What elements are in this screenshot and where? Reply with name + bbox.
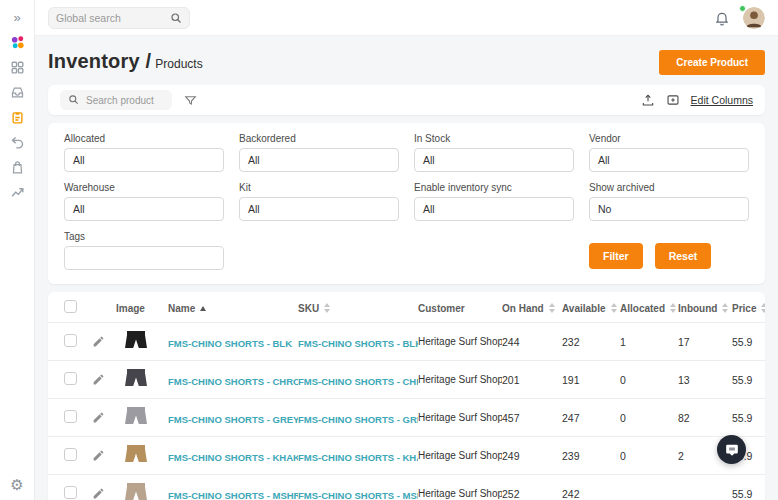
- product-thumbnail: [124, 444, 148, 464]
- returns-icon[interactable]: [9, 134, 25, 150]
- on-hand-cell: 457: [502, 412, 562, 424]
- available-cell: 232: [562, 336, 620, 348]
- inventory-icon[interactable]: [9, 109, 25, 125]
- show-archived-select[interactable]: No: [589, 197, 749, 221]
- row-checkbox[interactable]: [64, 448, 77, 461]
- product-name-link[interactable]: FMS-CHINO SHORTS - BLK: [168, 338, 292, 349]
- allocated-cell: 0: [620, 412, 678, 424]
- inventory-sync-select[interactable]: All: [414, 197, 574, 221]
- orders-bag-icon[interactable]: [9, 159, 25, 175]
- row-checkbox[interactable]: [64, 486, 77, 499]
- settings-gear-icon[interactable]: ⚙: [9, 476, 25, 492]
- allocated-select[interactable]: All: [64, 148, 224, 172]
- select-all-checkbox[interactable]: [64, 300, 77, 313]
- chat-launcher-button[interactable]: [717, 435, 746, 464]
- kit-select[interactable]: All: [239, 197, 399, 221]
- top-bar: [35, 0, 778, 36]
- product-sku-link[interactable]: FMS-CHINO SHORTS - MSHRM: [298, 490, 418, 500]
- field-label: Tags: [64, 231, 224, 242]
- column-header-price[interactable]: Price: [732, 303, 765, 314]
- product-name-link[interactable]: FMS-CHINO SHORTS - MSHRM: [168, 490, 298, 500]
- row-checkbox[interactable]: [64, 334, 77, 347]
- on-hand-cell: 252: [502, 488, 562, 500]
- export-icon[interactable]: [641, 93, 655, 107]
- user-avatar[interactable]: [743, 7, 765, 29]
- table-row: FMS-CHINO SHORTS - KHAKI FMS-CHINO SHORT…: [48, 436, 765, 474]
- table-row: FMS-CHINO SHORTS - MSHRM FMS-CHINO SHORT…: [48, 474, 765, 500]
- column-header-allocated[interactable]: Allocated: [620, 303, 678, 314]
- inbox-icon[interactable]: [9, 84, 25, 100]
- in-stock-select[interactable]: All: [414, 148, 574, 172]
- filter-field-show-archived: Show archived No: [589, 182, 749, 221]
- filter-field-allocated: Allocated All: [64, 133, 224, 172]
- add-column-icon[interactable]: [666, 93, 680, 107]
- inbound-cell: 17: [678, 336, 732, 348]
- column-header-customer: Customer: [418, 303, 502, 314]
- price-cell: 55.9: [732, 374, 765, 386]
- available-cell: 247: [562, 412, 620, 424]
- dashboard-grid-icon[interactable]: [9, 59, 25, 75]
- field-label: Allocated: [64, 133, 224, 144]
- search-icon: [170, 12, 182, 24]
- column-header-inbound[interactable]: Inbound: [678, 303, 732, 314]
- product-sku-link[interactable]: FMS-CHINO SHORTS - KHAKI: [298, 452, 418, 463]
- row-checkbox[interactable]: [64, 372, 77, 385]
- warehouse-select[interactable]: All: [64, 197, 224, 221]
- sort-icon: [324, 303, 330, 313]
- filter-actions: Filter Reset: [589, 231, 749, 270]
- backordered-select[interactable]: All: [239, 148, 399, 172]
- product-name-link[interactable]: FMS-CHINO SHORTS - CHRCL: [168, 376, 298, 387]
- edit-pencil-icon[interactable]: [92, 373, 116, 386]
- global-search[interactable]: [48, 7, 190, 29]
- sort-icon: [761, 303, 765, 313]
- products-table: Image Name SKU Customer On Hand Availabl…: [48, 292, 765, 500]
- product-thumbnail: [124, 330, 148, 350]
- icon-sidebar: »: [0, 0, 35, 500]
- product-search-input[interactable]: [86, 95, 164, 106]
- breadcrumb: Products: [155, 57, 202, 71]
- column-header-name[interactable]: Name: [168, 303, 298, 314]
- product-sku-link[interactable]: FMS-CHINO SHORTS - CHRCL: [298, 376, 418, 387]
- create-product-button[interactable]: Create Product: [659, 50, 765, 75]
- edit-pencil-icon[interactable]: [92, 335, 116, 348]
- column-header-on-hand[interactable]: On Hand: [502, 303, 562, 314]
- tags-input[interactable]: [64, 246, 224, 270]
- reset-button[interactable]: Reset: [655, 243, 712, 269]
- column-header-available[interactable]: Available: [562, 303, 620, 314]
- reports-chart-icon[interactable]: [9, 184, 25, 200]
- product-name-link[interactable]: FMS-CHINO SHORTS - KHAKI: [168, 452, 298, 463]
- page-title: Inventory /: [48, 50, 151, 73]
- product-name-link[interactable]: FMS-CHINO SHORTS - GREY: [168, 414, 298, 425]
- edit-pencil-icon[interactable]: [92, 449, 116, 462]
- allocated-cell: 0: [620, 450, 678, 462]
- field-label: In Stock: [414, 133, 574, 144]
- filter-funnel-icon[interactable]: [184, 94, 197, 107]
- customer-cell: Heritage Surf Shop: [418, 336, 502, 347]
- edit-pencil-icon[interactable]: [92, 411, 116, 424]
- field-label: Kit: [239, 182, 399, 193]
- global-search-input[interactable]: [56, 12, 164, 24]
- product-sku-link[interactable]: FMS-CHINO SHORTS - BLK: [298, 338, 418, 349]
- available-cell: 239: [562, 450, 620, 462]
- inbound-cell: 13: [678, 374, 732, 386]
- toolbar-right-actions: Edit Columns: [641, 93, 753, 107]
- sort-icon: [670, 303, 676, 313]
- sort-icon: [549, 303, 555, 313]
- app-logo-icon[interactable]: [9, 34, 25, 50]
- expand-sidebar-icon[interactable]: »: [9, 9, 25, 25]
- filter-field-in-stock: In Stock All: [414, 133, 574, 172]
- product-search[interactable]: [60, 90, 172, 110]
- column-header-sku[interactable]: SKU: [298, 303, 418, 314]
- edit-pencil-icon[interactable]: [92, 487, 116, 500]
- sort-icon: [722, 303, 728, 313]
- notifications-bell-icon[interactable]: [714, 10, 730, 26]
- vendor-select[interactable]: All: [589, 148, 749, 172]
- filter-button[interactable]: Filter: [589, 243, 643, 269]
- price-cell: 55.9: [732, 336, 765, 348]
- product-sku-link[interactable]: FMS-CHINO SHORTS - GREY: [298, 414, 418, 425]
- row-checkbox[interactable]: [64, 410, 77, 423]
- edit-columns-link[interactable]: Edit Columns: [691, 94, 753, 106]
- filter-field-backordered: Backordered All: [239, 133, 399, 172]
- inbound-cell: 82: [678, 412, 732, 424]
- table-toolbar: Edit Columns: [48, 85, 765, 115]
